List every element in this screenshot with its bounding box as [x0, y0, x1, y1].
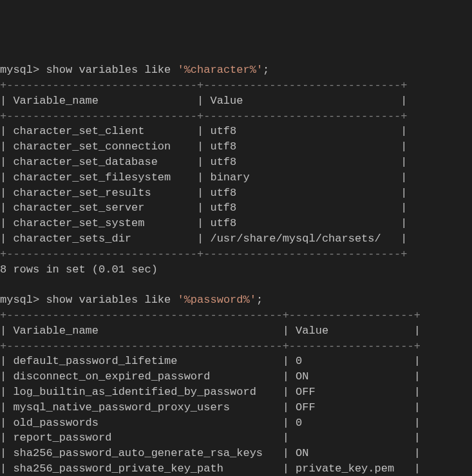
table-row: | report_password | | — [0, 430, 472, 446]
mysql-terminal-output: mysql> show variables like '%character%'… — [0, 62, 472, 476]
table-row: | sha256_password_auto_generate_rsa_keys… — [0, 446, 472, 461]
prompt-label: mysql> — [0, 64, 39, 76]
table-border-bottom: +-----------------------------+---------… — [0, 247, 472, 262]
query-status: 8 rows in set (0.01 sec) — [0, 262, 472, 278]
table-row: | character_set_connection | utf8 | — [0, 139, 472, 155]
table-row: | character_set_server | utf8 | — [0, 200, 472, 216]
table-row: | character_set_client | utf8 | — [0, 124, 472, 139]
table-row: | disconnect_on_expired_password | ON | — [0, 369, 472, 385]
table-row: | character_set_system | utf8 | — [0, 216, 472, 231]
blank-line — [0, 277, 472, 292]
table-row: | character_sets_dir | /usr/share/mysql/… — [0, 231, 472, 247]
table-row: | default_password_lifetime | 0 | — [0, 354, 472, 369]
prompt-label: mysql> — [0, 294, 39, 306]
table-header-row: | Variable_name | Value | — [0, 323, 472, 339]
mysql-prompt-line[interactable]: mysql> show variables like '%password%'; — [0, 292, 472, 308]
table-row: | character_set_database | utf8 | — [0, 155, 472, 170]
mysql-prompt-line[interactable]: mysql> show variables like '%character%'… — [0, 62, 472, 78]
table-row: | character_set_filesystem | binary | — [0, 170, 472, 186]
table-border-top: +-----------------------------+---------… — [0, 78, 472, 93]
sql-terminator: ; — [256, 294, 263, 306]
table-row: | sha256_password_private_key_path | pri… — [0, 461, 472, 476]
table-border-mid: +-----------------------------+---------… — [0, 109, 472, 124]
sql-statement: show variables like — [46, 294, 171, 306]
sql-terminator: ; — [263, 64, 269, 76]
table-row: | old_passwords | 0 | — [0, 415, 472, 431]
table-header-row: | Variable_name | Value | — [0, 93, 472, 109]
sql-string-literal: '%password%' — [177, 294, 256, 306]
table-border-mid: +---------------------------------------… — [0, 339, 472, 354]
sql-string-literal: '%character%' — [177, 64, 263, 76]
table-border-top: +---------------------------------------… — [0, 308, 472, 323]
table-row: | log_builtin_as_identified_by_password … — [0, 385, 472, 400]
sql-statement: show variables like — [46, 64, 171, 76]
table-row: | character_set_results | utf8 | — [0, 186, 472, 201]
table-row: | mysql_native_password_proxy_users | OF… — [0, 400, 472, 415]
